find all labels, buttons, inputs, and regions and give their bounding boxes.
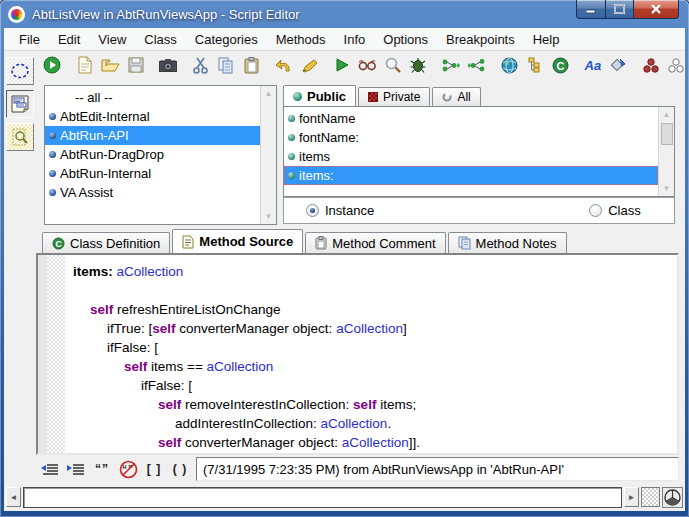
menu-info[interactable]: Info bbox=[335, 30, 375, 49]
close-button[interactable] bbox=[634, 0, 679, 19]
method-item[interactable]: fontName: bbox=[284, 128, 658, 147]
parens-button[interactable]: ( ) bbox=[170, 459, 190, 479]
ellipse-tool-button[interactable] bbox=[6, 57, 34, 85]
scroll-up-icon[interactable]: ▲ bbox=[661, 107, 673, 122]
save-icon bbox=[128, 57, 144, 73]
tab-private[interactable]: Private bbox=[358, 87, 430, 106]
scope-selector: Instance Class bbox=[283, 197, 675, 224]
class-def-button[interactable]: C bbox=[551, 55, 569, 76]
menu-class[interactable]: Class bbox=[135, 30, 186, 49]
shift-left-button[interactable] bbox=[40, 459, 60, 479]
add-quotes-button[interactable]: “” bbox=[92, 459, 112, 479]
parts-catalog-button[interactable] bbox=[6, 123, 34, 151]
titlebar[interactable]: AbtListView in AbtRunViewsApp - Script E… bbox=[0, 0, 689, 28]
ellipse-tool-icon bbox=[10, 63, 30, 79]
scroll-right-button[interactable]: ► bbox=[624, 487, 639, 507]
search-icon bbox=[385, 57, 401, 73]
run-circle-button[interactable] bbox=[43, 55, 61, 76]
remove-quotes-button[interactable]: “” bbox=[118, 459, 138, 479]
menu-options[interactable]: Options bbox=[374, 30, 437, 49]
script-page-icon bbox=[10, 94, 30, 114]
list-item[interactable]: AbtRun-Internal bbox=[45, 164, 260, 183]
list-item[interactable]: AbtEdit-Internal bbox=[45, 107, 260, 126]
list-item[interactable]: -- all -- bbox=[45, 88, 260, 107]
menu-categories[interactable]: Categories bbox=[186, 30, 267, 49]
method-item[interactable]: fontName bbox=[284, 109, 658, 128]
scroll-down-icon[interactable]: ▼ bbox=[663, 181, 671, 196]
font-button[interactable]: Aa bbox=[584, 55, 602, 76]
list-item-selected[interactable]: AbtRun-API bbox=[45, 126, 260, 145]
scroll-thumb[interactable] bbox=[661, 123, 673, 145]
search-button[interactable] bbox=[384, 55, 402, 76]
shift-right-button[interactable] bbox=[66, 459, 86, 479]
fill-style-button[interactable] bbox=[609, 55, 627, 76]
new-document-icon bbox=[77, 56, 93, 74]
menu-edit[interactable]: Edit bbox=[49, 30, 89, 49]
list-item[interactable]: AbtRun-DragDrop bbox=[45, 145, 260, 164]
class-radio[interactable]: Class bbox=[589, 203, 641, 218]
list-item[interactable]: VA Assist bbox=[45, 183, 260, 202]
tab-method-comment[interactable]: Method Comment bbox=[305, 232, 445, 253]
tab-class-definition[interactable]: C Class Definition bbox=[42, 232, 170, 253]
menu-methods[interactable]: Methods bbox=[267, 30, 335, 49]
script-editor-button[interactable] bbox=[6, 90, 34, 118]
category-bullet-icon bbox=[49, 132, 56, 139]
menu-help[interactable]: Help bbox=[524, 30, 569, 49]
method-item[interactable]: items bbox=[284, 147, 658, 166]
undo-button[interactable] bbox=[275, 55, 293, 76]
new-button[interactable] bbox=[75, 55, 93, 76]
red-dots-icon bbox=[643, 58, 659, 73]
globe-button[interactable] bbox=[501, 55, 519, 76]
categories-list[interactable]: -- all -- AbtEdit-Internal AbtRun-API Ab… bbox=[45, 86, 260, 224]
radio-unselected-icon[interactable] bbox=[589, 204, 602, 217]
menu-breakpoints[interactable]: Breakpoints bbox=[437, 30, 524, 49]
radio-selected-icon[interactable] bbox=[306, 204, 319, 217]
senders-button[interactable] bbox=[641, 55, 659, 76]
methods-list[interactable]: fontName fontName: items items: bbox=[284, 107, 658, 196]
left-rail bbox=[6, 57, 36, 151]
scroll-down-icon[interactable]: ▼ bbox=[265, 209, 273, 224]
copy-button[interactable] bbox=[217, 55, 235, 76]
brackets-button[interactable]: [ ] bbox=[144, 459, 164, 479]
tab-method-notes[interactable]: Method Notes bbox=[448, 232, 567, 253]
method-comment-icon bbox=[315, 236, 327, 250]
tab-all[interactable]: All bbox=[432, 87, 480, 106]
minimize-button[interactable] bbox=[576, 0, 606, 19]
hierarchy-button[interactable] bbox=[526, 55, 544, 76]
code-editor[interactable]: items: aCollection self refreshEntireLis… bbox=[65, 255, 677, 453]
class-label: Class bbox=[608, 203, 641, 218]
save-button[interactable] bbox=[127, 55, 145, 76]
expression-input[interactable] bbox=[23, 487, 622, 508]
run-button[interactable] bbox=[332, 55, 350, 76]
maximize-icon bbox=[614, 4, 625, 14]
debug-button[interactable] bbox=[409, 55, 427, 76]
marker-button[interactable] bbox=[300, 55, 318, 76]
tearoff-in-button[interactable] bbox=[442, 55, 461, 76]
cut-button[interactable] bbox=[192, 55, 210, 76]
open-folder-icon bbox=[101, 57, 120, 73]
menu-view[interactable]: View bbox=[89, 30, 135, 49]
class-c-icon: C bbox=[552, 57, 569, 74]
method-bullet-icon bbox=[288, 115, 295, 122]
paste-button[interactable] bbox=[242, 55, 260, 76]
menu-file[interactable]: File bbox=[10, 30, 49, 49]
tab-method-source[interactable]: Method Source bbox=[172, 229, 303, 253]
right-arrow-icon: ► bbox=[628, 493, 636, 502]
categories-scrollbar[interactable]: ▲ ▼ bbox=[260, 86, 276, 224]
scroll-left-button[interactable]: ◄ bbox=[6, 487, 21, 507]
parens-icon: ( ) bbox=[173, 462, 187, 476]
snapshot-button[interactable] bbox=[159, 55, 177, 76]
glasses-icon bbox=[358, 59, 377, 71]
instance-radio[interactable]: Instance bbox=[306, 203, 374, 218]
maximize-button[interactable] bbox=[606, 0, 634, 19]
open-button[interactable] bbox=[101, 55, 120, 76]
methods-scrollbar[interactable]: ▲ ▼ bbox=[658, 107, 674, 196]
marker-pen-icon bbox=[301, 58, 318, 73]
method-item-selected[interactable]: items: bbox=[284, 166, 658, 185]
browse-button[interactable] bbox=[358, 55, 377, 76]
scroll-up-icon[interactable]: ▲ bbox=[265, 86, 273, 101]
tab-public[interactable]: Public bbox=[283, 85, 356, 106]
implementors-button[interactable] bbox=[667, 55, 685, 76]
tearoff-out-button[interactable] bbox=[468, 55, 487, 76]
dither-button[interactable] bbox=[641, 487, 660, 507]
